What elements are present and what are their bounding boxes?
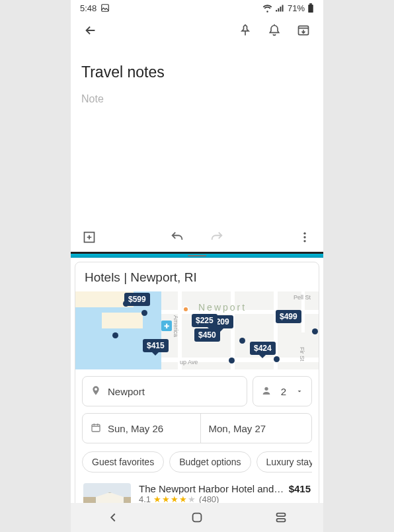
hotel-reviews: (480) [199,494,219,503]
pin-button[interactable] [233,19,257,42]
system-navigation-bar [71,503,323,532]
map-street-america: America [173,315,179,337]
svg-rect-9 [92,424,100,432]
map-dot[interactable] [239,338,245,344]
nav-recents-button[interactable] [269,506,293,529]
notes-bottombar [71,223,323,252]
map-street-up: up Ave [180,359,198,365]
svg-rect-10 [193,513,202,522]
status-time: 5:48 [80,3,97,13]
price-pin[interactable]: $225 [192,314,217,327]
hotels-app-pane: Hotels | Newport, RI Newport Pell St Ame… [71,258,323,503]
battery-icon [307,3,314,13]
guests-value: 2 [281,386,286,397]
map-city-label: Newport [198,302,247,313]
hotel-result[interactable]: The Newport Harbor Hotel and … $415 4.1 … [75,479,319,503]
hotel-name: The Newport Harbor Hotel and … [139,483,285,494]
svg-rect-0 [102,5,109,12]
price-pin[interactable]: $599 [124,293,150,306]
hotel-price: $415 [289,483,311,494]
hotels-header: Hotels | Newport, RI [75,262,319,291]
status-bar: 5:48 71% [71,0,323,16]
dates-field[interactable]: Sun, May 26 Mon, May 27 [82,413,312,443]
wifi-icon [262,3,272,13]
archive-button[interactable] [292,19,315,42]
guests-field[interactable]: 2 [253,376,312,406]
map-dot[interactable] [229,358,235,363]
person-icon [261,385,272,398]
image-icon [100,3,110,13]
battery-percent: 71% [288,3,305,13]
svg-rect-2 [309,3,312,5]
price-pin[interactable]: $424 [250,342,276,355]
map-dot[interactable] [274,356,280,362]
signal-icon [275,3,285,13]
price-pin[interactable]: $415 [143,339,169,352]
location-field[interactable]: Newport [82,376,247,406]
back-button[interactable] [79,19,102,42]
filter-chip[interactable]: Luxury stays [256,451,312,473]
svg-point-6 [303,236,305,238]
chevron-down-icon [296,386,303,397]
svg-rect-11 [277,513,286,517]
checkout-date[interactable]: Mon, May 27 [200,414,312,443]
filter-chips: Guest favorites Budget options Luxury st… [82,450,312,479]
map-street-fir: Fir St [299,347,305,361]
nav-back-button[interactable] [101,506,125,529]
filter-chip[interactable]: Guest favorites [82,451,164,473]
checkin-value: Sun, May 26 [108,423,163,434]
nav-home-button[interactable] [185,506,209,529]
hotel-thumbnail [83,483,131,503]
note-body-placeholder[interactable]: Note [81,93,313,105]
calendar-icon [91,422,101,435]
redo-button[interactable] [205,225,229,249]
notes-toolbar [71,16,323,45]
map-street-pell: Pell St [294,294,311,301]
checkin-date[interactable]: Sun, May 26 [83,414,194,443]
price-pin[interactable]: $499 [276,310,301,323]
poi-pin [182,306,189,313]
add-content-button[interactable] [77,225,101,249]
svg-point-8 [264,387,268,390]
map-dot[interactable] [312,328,318,334]
filter-chip[interactable]: Budget options [169,451,251,473]
reminder-button[interactable] [262,19,286,42]
note-title[interactable]: Travel notes [81,63,313,81]
undo-button[interactable] [165,225,189,249]
svg-point-7 [303,240,305,242]
checkout-value: Mon, May 27 [209,423,266,434]
more-button[interactable] [293,225,317,249]
map-dot[interactable] [112,332,118,338]
svg-rect-1 [308,4,313,12]
price-pin[interactable]: $450 [194,328,220,342]
map-dot[interactable] [141,310,147,316]
hotel-rating: 4.1 [139,494,151,503]
notes-app-pane: Travel notes Note [71,16,323,254]
transit-icon: ✚ [161,321,172,331]
location-value: Newport [108,386,145,397]
location-pin-icon [91,385,101,398]
hotels-map[interactable]: Newport Pell St America up Ave Fir St ✚ … [75,291,319,369]
svg-point-5 [303,233,305,235]
svg-rect-12 [277,519,286,522]
star-rating-icon: ★★★★★ [153,494,196,503]
